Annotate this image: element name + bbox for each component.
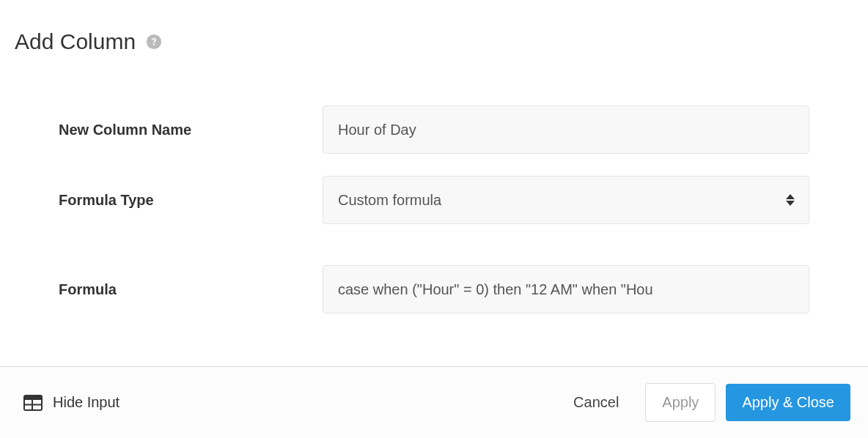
table-icon — [23, 395, 43, 411]
svg-rect-5 — [33, 405, 41, 409]
formula-row: Formula — [15, 265, 853, 313]
new-column-name-label: New Column Name — [15, 122, 323, 138]
formula-label: Formula — [15, 281, 323, 298]
page-header: Add Column — [15, 29, 853, 54]
footer-bar: Hide Input Cancel Apply Apply & Close — [0, 366, 868, 438]
formula-type-select[interactable]: Custom formula — [323, 176, 809, 224]
apply-close-button[interactable]: Apply & Close — [726, 384, 850, 421]
page-title: Add Column — [15, 29, 136, 54]
apply-button[interactable]: Apply — [645, 383, 716, 422]
svg-rect-3 — [33, 400, 41, 404]
formula-type-row: Formula Type Custom formula — [15, 176, 853, 224]
cancel-button[interactable]: Cancel — [557, 384, 635, 421]
svg-rect-4 — [25, 405, 32, 409]
new-column-name-row: New Column Name — [15, 105, 853, 154]
hide-input-label: Hide Input — [53, 394, 119, 411]
help-icon[interactable] — [146, 34, 162, 50]
svg-rect-2 — [25, 400, 32, 404]
hide-input-toggle[interactable]: Hide Input — [15, 394, 119, 411]
formula-type-label: Formula Type — [15, 192, 323, 209]
formula-input[interactable] — [323, 265, 809, 313]
new-column-name-input[interactable] — [323, 105, 809, 154]
